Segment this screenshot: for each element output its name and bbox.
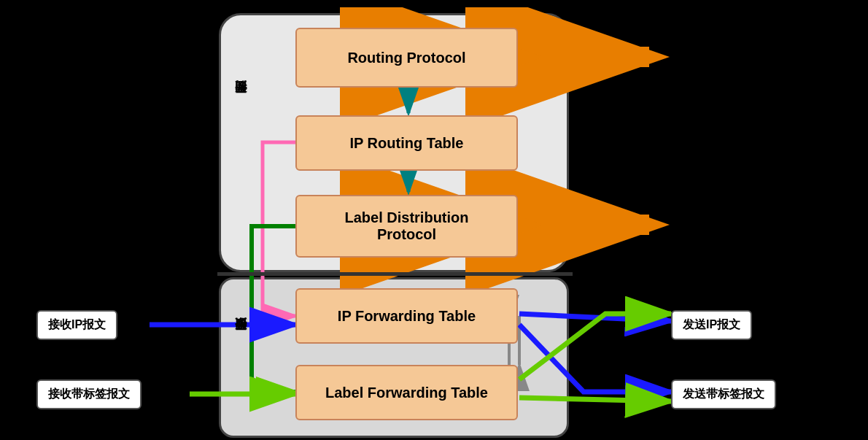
recv-label-label: 接收带标签报文 (48, 387, 130, 400)
ip-routing-table-box: IP Routing Table (295, 115, 518, 171)
label-forwarding-table-box: Label Forwarding Table (295, 365, 518, 420)
send-ip-label: 发送IP报文 (683, 318, 740, 331)
divider-line (217, 272, 573, 276)
ip-forwarding-table-label: IP Forwarding Table (338, 308, 476, 325)
label-dist-proto-label: Label Distribution Protocol (345, 209, 469, 243)
recv-ip-box: 接收IP报文 (36, 310, 117, 340)
recv-label-box: 接收带标签报文 (36, 379, 142, 409)
recv-ip-label: 接收IP报文 (48, 318, 106, 331)
label-dist-proto-box: Label Distribution Protocol (295, 195, 518, 258)
routing-protocol-label: Routing Protocol (347, 50, 465, 66)
routing-protocol-box: Routing Protocol (295, 28, 518, 88)
label-forwarding-table-label: Label Forwarding Table (325, 385, 488, 401)
ip-forwarding-table-box: IP Forwarding Table (295, 288, 518, 344)
send-label-box: 发送带标签报文 (671, 379, 776, 409)
send-label-label: 发送带标签报文 (683, 387, 764, 400)
send-ip-box: 发送IP报文 (671, 310, 752, 340)
main-container: 控制平面 数据平面 Routing Protocol IP Routing Ta… (36, 7, 839, 433)
ip-routing-table-label: IP Routing Table (350, 135, 464, 152)
